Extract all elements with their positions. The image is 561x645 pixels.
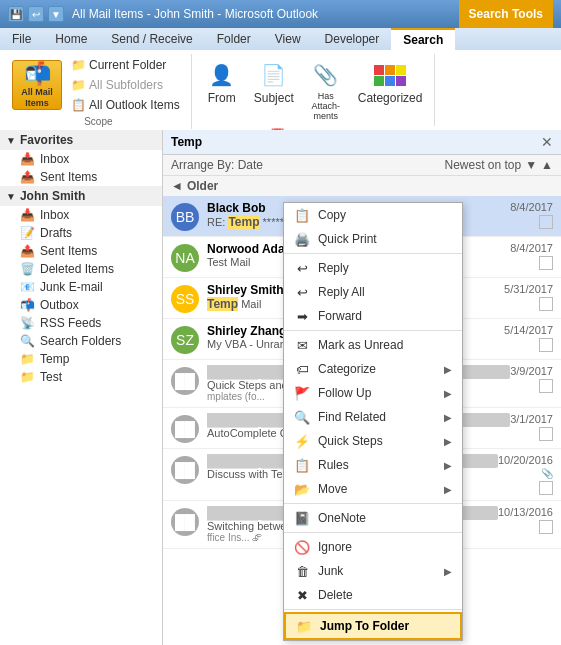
cm-sep-3	[284, 503, 462, 504]
search-title: Temp	[171, 135, 202, 149]
sidebar-item-rss[interactable]: 📡 RSS Feeds	[0, 314, 162, 332]
tab-search[interactable]: Search	[391, 28, 455, 50]
flag-3[interactable]	[539, 338, 553, 352]
flag-6[interactable]	[539, 481, 553, 495]
quick-access-dropdown[interactable]: ▼	[48, 6, 64, 22]
junk-cm-icon: 🗑	[294, 563, 310, 579]
cm-onenote[interactable]: 📓 OneNote	[284, 506, 462, 530]
cm-find-related[interactable]: 🔍 Find Related ▶	[284, 405, 462, 429]
sidebar-item-inbox[interactable]: 📥 Inbox	[0, 206, 162, 224]
date-0: 8/4/2017	[510, 201, 553, 213]
reply-icon: ↩	[294, 260, 310, 276]
sent-icon-js: 📤	[20, 244, 35, 258]
cm-move[interactable]: 📂 Move ▶	[284, 477, 462, 501]
scroll-up-button[interactable]: ▲	[541, 158, 553, 172]
avatar-5: ██	[171, 415, 199, 443]
cm-quick-steps[interactable]: ⚡ Quick Steps ▶	[284, 429, 462, 453]
tab-home[interactable]: Home	[43, 28, 99, 50]
mark-unread-icon: ✉	[294, 337, 310, 353]
avatar-2: SS	[171, 285, 199, 313]
sidebar: ▼ Favorites 📥 Inbox 📤 Sent Items ▼ John …	[0, 130, 163, 645]
all-subfolders-button[interactable]: 📁 All Subfolders	[66, 76, 185, 94]
subject-icon: 📄	[258, 59, 290, 91]
tab-send-receive[interactable]: Send / Receive	[99, 28, 204, 50]
date-flag-5: 3/1/2017	[510, 413, 553, 441]
sidebar-item-drafts[interactable]: 📝 Drafts	[0, 224, 162, 242]
tab-view[interactable]: View	[263, 28, 313, 50]
drafts-icon: 📝	[20, 226, 35, 240]
cm-forward[interactable]: ➡ Forward	[284, 304, 462, 328]
window-title: All Mail Items - John Smith - Microsoft …	[72, 7, 459, 21]
cm-rules[interactable]: 📋 Rules ▶	[284, 453, 462, 477]
flag-5[interactable]	[539, 427, 553, 441]
quick-steps-arrow: ▶	[444, 436, 452, 447]
newest-on-top-label: Newest on top	[445, 158, 522, 172]
search-close-button[interactable]: ✕	[541, 134, 553, 150]
cm-jump-to-folder[interactable]: 📁 Jump To Folder	[284, 612, 462, 640]
sidebar-item-favorites-sent[interactable]: 📤 Sent Items	[0, 168, 162, 186]
avatar-1: NA	[171, 244, 199, 272]
current-folder-button[interactable]: 📁 Current Folder	[66, 56, 185, 74]
sidebar-item-junk[interactable]: 📧 Junk E-mail	[0, 278, 162, 296]
flag-2[interactable]	[539, 297, 553, 311]
from-button[interactable]: 👤 From	[200, 56, 244, 108]
find-related-icon: 🔍	[294, 409, 310, 425]
onenote-icon: 📓	[294, 510, 310, 526]
avatar-6: ██	[171, 456, 199, 484]
sidebar-item-sent[interactable]: 📤 Sent Items	[0, 242, 162, 260]
categorize-icon: 🏷	[294, 361, 310, 377]
flag-0[interactable]	[539, 215, 553, 229]
categorized-button[interactable]: Categorized	[352, 56, 429, 108]
cm-reply-all[interactable]: ↩ Reply All	[284, 280, 462, 304]
favorites-header[interactable]: ▼ Favorites	[0, 130, 162, 150]
cm-ignore[interactable]: 🚫 Ignore	[284, 535, 462, 559]
all-outlook-items-button[interactable]: 📋 All Outlook Items	[66, 96, 185, 114]
sidebar-item-temp[interactable]: 📁 Temp	[0, 350, 162, 368]
tab-developer[interactable]: Developer	[313, 28, 392, 50]
flag-1[interactable]	[539, 256, 553, 270]
subject-button[interactable]: 📄 Subject	[248, 56, 300, 108]
all-mail-items-button[interactable]: 📬 All MailItems	[12, 60, 62, 110]
content-area: Temp ✕ Arrange By: Date Newest on top ▼ …	[163, 130, 561, 645]
rules-arrow: ▶	[444, 460, 452, 471]
tab-file[interactable]: File	[0, 28, 43, 50]
copy-icon: 📋	[294, 207, 310, 223]
date-2: 5/31/2017	[504, 283, 553, 295]
cm-quick-print[interactable]: 🖨️ Quick Print	[284, 227, 462, 251]
rules-icon: 📋	[294, 457, 310, 473]
sidebar-item-search-folders[interactable]: 🔍 Search Folders	[0, 332, 162, 350]
sidebar-item-outbox[interactable]: 📬 Outbox	[0, 296, 162, 314]
scope-label: Scope	[12, 114, 185, 127]
quick-steps-icon: ⚡	[294, 433, 310, 449]
ignore-icon: 🚫	[294, 539, 310, 555]
cm-delete[interactable]: ✖ Delete	[284, 583, 462, 607]
cm-reply[interactable]: ↩ Reply	[284, 256, 462, 280]
sidebar-item-deleted[interactable]: 🗑️ Deleted Items	[0, 260, 162, 278]
quick-access-save[interactable]: 💾	[8, 6, 24, 22]
search-folders-icon: 🔍	[20, 334, 35, 348]
cm-mark-unread[interactable]: ✉ Mark as Unread	[284, 333, 462, 357]
john-smith-header[interactable]: ▼ John Smith	[0, 186, 162, 206]
move-arrow: ▶	[444, 484, 452, 495]
has-attachments-button[interactable]: 📎 HasAttach-ments	[304, 56, 348, 124]
jump-to-folder-icon: 📁	[296, 618, 312, 634]
cm-follow-up[interactable]: 🚩 Follow Up ▶	[284, 381, 462, 405]
main-layout: ▼ Favorites 📥 Inbox 📤 Sent Items ▼ John …	[0, 130, 561, 645]
from-icon: 👤	[206, 59, 238, 91]
cm-junk[interactable]: 🗑 Junk ▶	[284, 559, 462, 583]
tab-folder[interactable]: Folder	[205, 28, 263, 50]
date-7: 10/13/2016	[498, 506, 553, 518]
flag-7[interactable]	[539, 520, 553, 534]
cm-copy[interactable]: 📋 Copy	[284, 203, 462, 227]
date-flag-2: 5/31/2017	[504, 283, 553, 311]
flag-4[interactable]	[539, 379, 553, 393]
quick-access-undo[interactable]: ↩	[28, 6, 44, 22]
current-folder-icon: 📁	[71, 58, 86, 72]
date-1: 8/4/2017	[510, 242, 553, 254]
categorized-icon	[374, 59, 406, 91]
john-smith-arrow: ▼	[6, 191, 16, 202]
sidebar-item-test[interactable]: 📁 Test	[0, 368, 162, 386]
avatar-4: ██	[171, 367, 199, 395]
cm-categorize[interactable]: 🏷 Categorize ▶	[284, 357, 462, 381]
sidebar-item-favorites-inbox[interactable]: 📥 Inbox	[0, 150, 162, 168]
